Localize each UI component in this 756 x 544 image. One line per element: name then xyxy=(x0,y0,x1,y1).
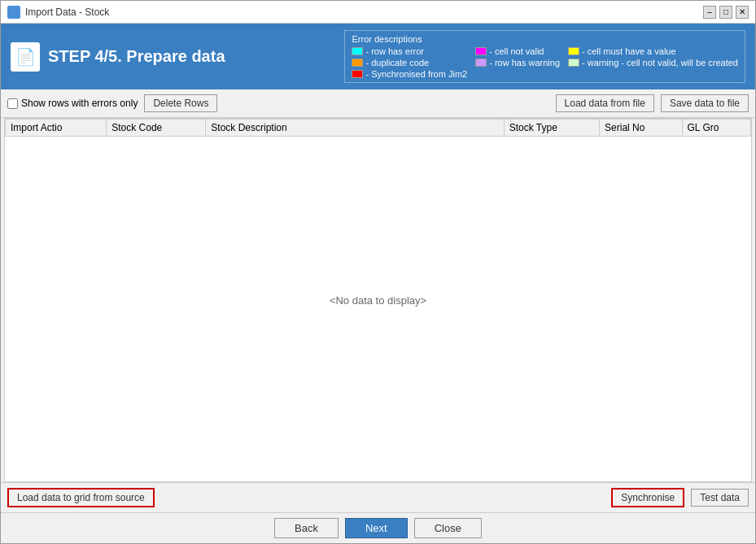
legend-label-synchronised: - Synchronised from Jim2 xyxy=(365,69,467,79)
legend-warning-cell-not-valid: - warning - cell not valid, will be crea… xyxy=(568,58,738,67)
col-serial-no: Serial No xyxy=(600,120,682,137)
legend-label-warning-cell-not-valid: - warning - cell not valid, will be crea… xyxy=(582,58,738,67)
error-descriptions-panel: Error descriptions - row has error - cel… xyxy=(344,30,745,83)
legend-label-cell-must-have-value: - cell must have a value xyxy=(582,46,676,56)
col-import-action: Import Actio xyxy=(6,120,107,137)
legend-box-warning-cell-not-valid xyxy=(568,59,579,67)
col-stock-type: Stock Type xyxy=(504,120,599,137)
legend-box-duplicate-code xyxy=(352,59,363,67)
close-button[interactable]: Close xyxy=(414,518,482,538)
col-gl-gro: GL Gro xyxy=(682,120,751,137)
maximize-button[interactable]: □ xyxy=(719,6,732,19)
test-data-button[interactable]: Test data xyxy=(691,489,749,507)
legend-cell-must-have-value: - cell must have a value xyxy=(568,46,738,56)
no-data-message: <No data to display> xyxy=(330,294,426,307)
legend-label-cell-not-valid: - cell not valid xyxy=(489,46,544,56)
legend-box-cell-must-have-value xyxy=(568,47,579,55)
error-legend-grid: - row has error - cell not valid - cell … xyxy=(352,46,738,79)
load-data-grid-button[interactable]: Load data to grid from source xyxy=(7,488,155,507)
main-window: Import Data - Stock – □ ✕ 📄 STEP 4/5. Pr… xyxy=(0,0,756,544)
legend-box-cell-not-valid xyxy=(475,47,487,55)
title-bar-left: Import Data - Stock xyxy=(7,6,109,19)
bottom-action-bar: Load data to grid from source Synchronis… xyxy=(1,482,755,512)
nav-bar: Back Next Close xyxy=(1,512,755,543)
legend-row-error: - row has error xyxy=(352,46,467,56)
delete-rows-button[interactable]: Delete Rows xyxy=(144,94,217,112)
legend-box-synchronised xyxy=(352,70,363,78)
col-stock-code: Stock Code xyxy=(107,120,206,137)
legend-box-row-error xyxy=(352,47,363,55)
legend-synchronised: - Synchronised from Jim2 xyxy=(352,69,467,79)
legend-box-row-warning xyxy=(475,59,487,67)
load-data-button[interactable]: Load data from file xyxy=(556,94,654,112)
save-data-button[interactable]: Save data to file xyxy=(661,94,749,112)
legend-row-warning: - row has warning xyxy=(475,58,560,67)
data-table: Import Actio Stock Code Stock Descriptio… xyxy=(5,119,751,137)
step-title: STEP 4/5. Prepare data xyxy=(48,47,225,66)
close-window-button[interactable]: ✕ xyxy=(736,6,749,19)
back-button[interactable]: Back xyxy=(274,518,339,538)
error-desc-title: Error descriptions xyxy=(352,34,738,44)
header-bar: 📄 STEP 4/5. Prepare data Error descripti… xyxy=(1,24,755,89)
minimize-button[interactable]: – xyxy=(703,6,716,19)
col-stock-description: Stock Description xyxy=(206,120,504,137)
synchronise-button[interactable]: Synchronise xyxy=(611,488,684,507)
header-icon: 📄 xyxy=(11,42,40,72)
legend-label-row-error: - row has error xyxy=(365,46,424,56)
title-bar: Import Data - Stock – □ ✕ xyxy=(1,1,755,24)
legend-duplicate-code: - duplicate code xyxy=(352,58,467,67)
legend-label-row-warning: - row has warning xyxy=(489,58,560,67)
show-errors-checkbox[interactable] xyxy=(7,98,18,109)
data-table-container: Import Actio Stock Code Stock Descriptio… xyxy=(4,118,752,482)
show-errors-label: Show rows with errors only xyxy=(21,98,138,109)
table-header-row: Import Actio Stock Code Stock Descriptio… xyxy=(6,120,751,137)
title-bar-controls: – □ ✕ xyxy=(703,6,749,19)
next-button[interactable]: Next xyxy=(345,518,408,538)
toolbar: Show rows with errors only Delete Rows L… xyxy=(1,89,755,118)
window-icon xyxy=(7,6,20,19)
legend-label-duplicate-code: - duplicate code xyxy=(365,58,429,67)
show-errors-checkbox-label[interactable]: Show rows with errors only xyxy=(7,98,138,109)
legend-cell-not-valid: - cell not valid xyxy=(475,46,560,56)
header-icon-char: 📄 xyxy=(15,47,36,67)
window-title: Import Data - Stock xyxy=(25,7,109,18)
